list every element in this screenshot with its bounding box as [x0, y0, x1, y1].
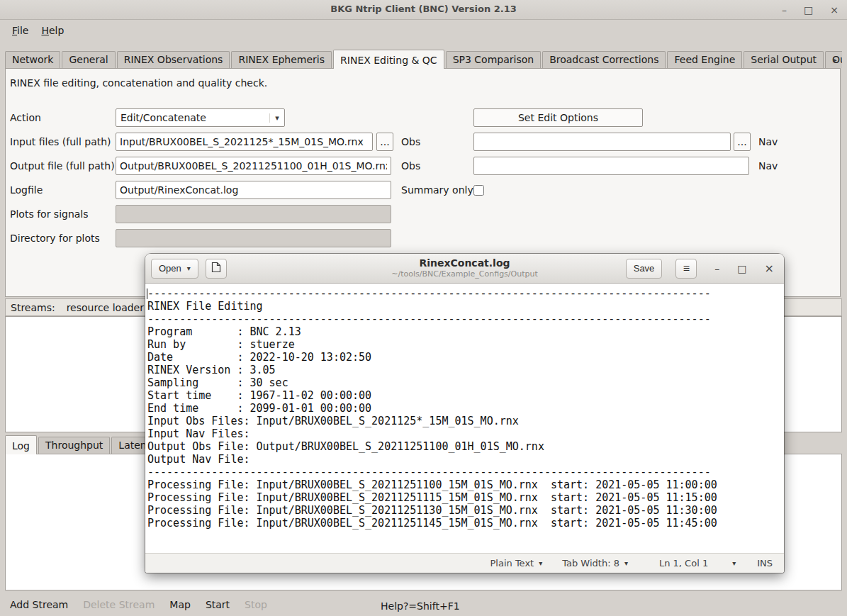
delete-stream-button: Delete Stream — [83, 599, 155, 610]
menu-file[interactable]: File — [6, 22, 35, 39]
editor-text[interactable]: ----------------------------------------… — [145, 284, 784, 530]
close-icon[interactable]: × — [830, 5, 838, 15]
chevron-down-icon: ▾ — [624, 559, 628, 567]
summary-only-checkbox[interactable] — [473, 185, 484, 196]
editor-title-block: RinexConcat.log ~/tools/BNC/Example_Conf… — [391, 257, 538, 279]
logfile-label: Logfile — [10, 184, 43, 196]
insert-mode-indicator: INS — [757, 558, 773, 569]
tab-serial-output[interactable]: Serial Output — [744, 51, 824, 68]
action-combobox[interactable]: Edit/Concatenate ▾ — [116, 108, 285, 127]
settings-tab-strip: Network General RINEX Observations RINEX… — [5, 49, 842, 69]
stop-button: Stop — [245, 599, 267, 610]
directory-for-plots-field — [116, 229, 391, 247]
bnc-main-window: BKG Ntrip Client (BNC) Version 2.13 – □ … — [0, 0, 847, 616]
plots-for-signals-field — [116, 205, 391, 223]
map-button[interactable]: Map — [169, 599, 191, 610]
editor-subtitle: ~/tools/BNC/Example_Configs/Output — [391, 269, 538, 279]
language-selector[interactable]: Plain Text ▾ — [490, 558, 542, 569]
bottom-action-bar: Add Stream Delete Stream Map Start Stop — [10, 599, 267, 610]
tab-rinex-editing-qc[interactable]: RINEX Editing & QC — [333, 50, 444, 69]
logfile-field[interactable] — [116, 181, 391, 199]
output-obs-suffix-label: Obs — [401, 160, 420, 172]
new-document-icon — [211, 262, 221, 275]
menu-help[interactable]: Help — [35, 22, 70, 39]
open-button-label: Open — [159, 263, 181, 274]
input-files-label: Input files (full path) — [10, 136, 111, 147]
tab-rinex-observations[interactable]: RINEX Observations — [117, 51, 230, 68]
tab-scroll-right-icon[interactable]: ▸ — [829, 52, 841, 67]
input-nav-browse-button[interactable]: ... — [734, 133, 751, 151]
editor-header-right: Save ≡ – □ × — [626, 259, 778, 279]
tab-sp3-comparison[interactable]: SP3 Comparison — [446, 51, 542, 68]
tab-log[interactable]: Log — [5, 435, 37, 454]
output-nav-field[interactable] — [473, 157, 749, 175]
action-label: Action — [10, 112, 41, 123]
window-title: BKG Ntrip Client (BNC) Version 2.13 — [0, 4, 847, 14]
editor-text-area[interactable]: ----------------------------------------… — [145, 284, 784, 553]
editor-title: RinexConcat.log — [391, 257, 538, 269]
text-cursor — [147, 289, 147, 299]
input-obs-suffix-label: Obs — [401, 136, 420, 147]
editor-headerbar[interactable]: Open ▾ RinexConcat.log ~/tools/BNC/Examp… — [145, 254, 784, 284]
tab-throughput[interactable]: Throughput — [38, 437, 110, 454]
input-obs-field[interactable] — [116, 133, 373, 151]
input-nav-field[interactable] — [473, 133, 731, 151]
close-icon[interactable]: × — [765, 263, 774, 274]
maximize-icon[interactable]: □ — [737, 264, 746, 274]
editor-statusbar: Plain Text ▾ Tab Width: 8 ▾ Ln 1, Col 1 … — [145, 553, 784, 573]
tab-width-selector[interactable]: Tab Width: 8 ▾ — [562, 558, 628, 569]
start-button[interactable]: Start — [206, 599, 230, 610]
maximize-icon[interactable]: □ — [804, 5, 813, 15]
open-button[interactable]: Open ▾ — [151, 259, 198, 279]
tab-width-selector-label: Tab Width: 8 — [562, 558, 619, 569]
input-nav-suffix-label: Nav — [758, 136, 778, 147]
output-file-label: Output file (full path) — [10, 160, 115, 172]
new-document-button[interactable] — [206, 259, 227, 279]
language-selector-label: Plain Text — [490, 558, 534, 569]
titlebar[interactable]: BKG Ntrip Client (BNC) Version 2.13 – □ … — [0, 0, 847, 20]
window-controls: – □ × — [782, 0, 838, 19]
input-obs-browse-button[interactable]: ... — [376, 133, 393, 151]
summary-only-label: Summary only — [401, 184, 473, 196]
output-obs-field[interactable] — [116, 157, 391, 175]
output-nav-suffix-label: Nav — [758, 160, 778, 172]
hamburger-menu-icon: ≡ — [683, 262, 690, 275]
streams-label: Streams: — [11, 302, 55, 313]
minimize-icon[interactable]: – — [782, 5, 787, 15]
save-button[interactable]: Save — [626, 259, 663, 279]
minimize-icon[interactable]: – — [714, 264, 719, 274]
hamburger-menu-button[interactable]: ≡ — [675, 259, 697, 279]
chevron-down-icon: ▾ — [539, 559, 542, 567]
editor-window-controls: – □ × — [714, 263, 774, 274]
tab-network[interactable]: Network — [5, 51, 60, 68]
set-edit-options-button[interactable]: Set Edit Options — [473, 108, 643, 127]
help-hint: Help?=Shift+F1 — [381, 600, 460, 612]
directory-for-plots-label: Directory for plots — [10, 233, 100, 244]
menubar: File Help — [0, 20, 847, 40]
action-combobox-value: Edit/Concatenate — [116, 112, 269, 123]
goto-line-chevron-icon[interactable]: ▾ — [732, 559, 736, 567]
add-stream-button[interactable]: Add Stream — [10, 599, 68, 610]
cursor-position[interactable]: Ln 1, Col 1 — [659, 558, 708, 569]
tab-broadcast-corrections[interactable]: Broadcast Corrections — [542, 51, 666, 68]
plots-for-signals-label: Plots for signals — [10, 208, 89, 220]
chevron-down-icon: ▾ — [187, 264, 191, 272]
panel-description: RINEX file editing, concatenation and qu… — [10, 77, 267, 89]
editor-window[interactable]: Open ▾ RinexConcat.log ~/tools/BNC/Examp… — [145, 254, 784, 573]
tab-feed-engine[interactable]: Feed Engine — [667, 51, 742, 68]
chevron-down-icon: ▾ — [269, 113, 284, 123]
tab-general[interactable]: General — [62, 51, 115, 68]
tab-rinex-ephemeris[interactable]: RINEX Ephemeris — [231, 51, 332, 68]
